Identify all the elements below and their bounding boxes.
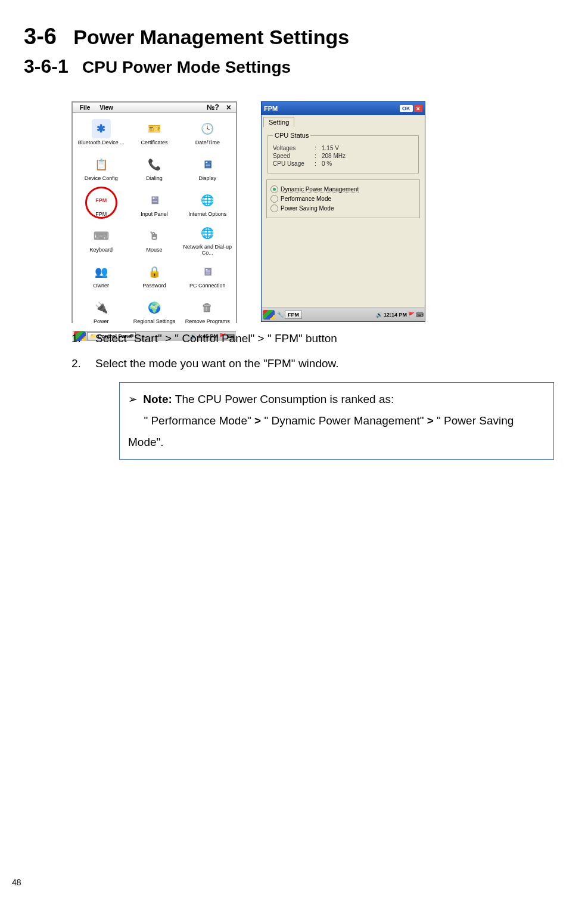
app-icon: 🖱	[145, 227, 164, 246]
cp-icon-keyboard[interactable]: ⌨Keyboard	[75, 222, 127, 257]
app-icon: 🕓	[198, 119, 217, 138]
cp-icon-network-and-dial-up-co-[interactable]: 🌐Network and Dial-up Co...	[182, 222, 234, 257]
radio-button-icon	[270, 204, 278, 212]
cp-icon-display[interactable]: 🖥Display	[182, 151, 234, 185]
start-icon[interactable]	[263, 310, 275, 320]
icon-label: Remove Programs	[185, 318, 230, 324]
icon-label: Network and Dial-up Co...	[182, 244, 234, 256]
app-icon: 👥	[92, 262, 111, 281]
help-icon[interactable]: №?	[202, 103, 224, 111]
icon-label: Mouse	[146, 247, 162, 253]
icon-label: Password	[142, 283, 166, 289]
cpu-status-group: CPU Status Voltages:1.15 VSpeed:208 MHzC…	[267, 132, 419, 173]
radio-button-icon	[270, 185, 278, 193]
tab-setting[interactable]: Setting	[263, 117, 294, 127]
cp-icon-bluetooth-device-[interactable]: ✱Bluetooth Device ...	[75, 115, 127, 150]
app-icon: 🖥	[198, 262, 217, 281]
fpm-body: CPU Status Voltages:1.15 VSpeed:208 MHzC…	[262, 127, 425, 308]
control-panel-grid: ✱Bluetooth Device ...🎫Certificates🕓Date/…	[73, 113, 236, 331]
cp-icon-pc-connection[interactable]: 🖥PC Connection	[182, 258, 234, 293]
taskbar-button[interactable]: FPM	[285, 311, 302, 319]
control-panel-screenshot: File View №? × ✱Bluetooth Device ...🎫Cer…	[71, 101, 237, 323]
app-icon: 🔒	[145, 262, 164, 281]
icon-label: Regional Settings	[133, 318, 176, 324]
app-icon: 🖥	[198, 155, 217, 174]
ok-button[interactable]: OK	[400, 105, 413, 112]
icon-label: Date/Time	[195, 140, 220, 145]
step-1: 1. Select "Start" > " Control Panel" > "…	[71, 332, 552, 345]
tray-fpm-icon: 🔧	[276, 312, 285, 318]
menu-file[interactable]: File	[75, 104, 95, 111]
app-icon: 🌐	[198, 191, 217, 210]
radio-label: Power Saving Mode	[281, 205, 334, 212]
status-row: CPU Usage:0 %	[273, 160, 413, 167]
heading-section-3-6: 3-6 Power Management Settings	[24, 24, 552, 49]
cp-icon-regional-settings[interactable]: 🌍Regional Settings	[128, 294, 180, 328]
radio-label: Performance Mode	[281, 196, 331, 202]
subsection-title: CPU Power Mode Settings	[82, 58, 291, 76]
note-label: Note:	[143, 393, 172, 405]
status-row: Voltages:1.15 V	[273, 145, 413, 151]
app-icon: 🌍	[145, 298, 164, 317]
close-icon[interactable]: ×	[414, 105, 422, 112]
icon-label: Power	[94, 318, 109, 324]
menu-view[interactable]: View	[95, 104, 118, 111]
radio-dynamic-power-management[interactable]: Dynamic Power Management	[270, 185, 416, 193]
note-box: ➢ Note: The CPU Power Consumption is ran…	[119, 382, 554, 460]
cp-icon-password[interactable]: 🔒Password	[128, 258, 180, 293]
status-row: Speed:208 MHz	[273, 153, 413, 159]
cpu-status-legend: CPU Status	[273, 132, 310, 139]
app-icon: 🎫	[145, 119, 164, 138]
cp-icon-internet-options[interactable]: 🌐Internet Options	[182, 187, 234, 221]
highlight-circle	[85, 187, 117, 219]
app-icon: 📋	[92, 155, 111, 174]
cp-icon-dialing[interactable]: 📞Dialing	[128, 151, 180, 185]
step-2: 2. Select the mode you want on the "FPM"…	[71, 357, 552, 370]
icon-label: Dialing	[146, 175, 163, 181]
icon-label: Owner	[93, 283, 109, 289]
fpm-title-text: FPM	[264, 105, 278, 112]
icon-label: Display	[199, 175, 217, 181]
app-icon: ✱	[92, 119, 111, 138]
icon-label: Input Panel	[141, 211, 168, 217]
icon-label: Bluetooth Device ...	[78, 140, 125, 145]
cp-icon-fpm[interactable]: FPMFPM	[75, 187, 127, 221]
radio-power-saving-mode[interactable]: Power Saving Mode	[270, 204, 416, 212]
icon-label: Device Config	[85, 175, 118, 181]
app-icon: ⌨	[92, 227, 111, 246]
app-icon: 🗑	[198, 298, 217, 317]
app-icon: 🌐	[198, 224, 217, 243]
cp-icon-certificates[interactable]: 🎫Certificates	[128, 115, 180, 150]
cp-icon-mouse[interactable]: 🖱Mouse	[128, 222, 180, 257]
app-icon: 📞	[145, 155, 164, 174]
cp-icon-date-time[interactable]: 🕓Date/Time	[182, 115, 234, 150]
cp-icon-owner[interactable]: 👥Owner	[75, 258, 127, 293]
fpm-titlebar: FPM OK ×	[262, 102, 425, 115]
heading-section-3-6-1: 3-6-1 CPU Power Mode Settings	[24, 55, 552, 78]
fpm-window-screenshot: FPM OK × Setting CPU Status Voltages:1.1…	[261, 101, 425, 322]
cp-icon-power[interactable]: 🔌Power	[75, 294, 127, 328]
cp-icon-remove-programs[interactable]: 🗑Remove Programs	[182, 294, 234, 328]
close-icon[interactable]: ×	[224, 103, 234, 112]
bullet-arrow-icon: ➢	[128, 389, 140, 410]
menubar: File View №? ×	[73, 103, 236, 113]
cp-icon-device-config[interactable]: 📋Device Config	[75, 151, 127, 185]
icon-label: PC Connection	[189, 283, 226, 289]
section-title: Power Management Settings	[73, 26, 349, 48]
app-icon: 🖥	[145, 191, 164, 210]
fpm-taskbar: 🔧 FPM 🔊12:14 PM 🚩⌨	[262, 308, 425, 321]
app-icon: 🔌	[92, 298, 111, 317]
system-tray: 🔊12:14 PM 🚩⌨	[376, 312, 424, 318]
cp-icon-input-panel[interactable]: 🖥Input Panel	[128, 187, 180, 221]
tab-row: Setting	[262, 115, 425, 127]
subsection-number: 3-6-1	[24, 55, 69, 77]
radio-label: Dynamic Power Management	[281, 186, 359, 193]
power-mode-radio-group: Dynamic Power ManagementPerformance Mode…	[266, 179, 420, 218]
icon-label: Internet Options	[188, 211, 226, 217]
icon-label: Keyboard	[89, 247, 113, 253]
radio-button-icon	[270, 195, 278, 203]
icon-label: Certificates	[141, 140, 167, 145]
section-number: 3-6	[24, 24, 57, 49]
radio-performance-mode[interactable]: Performance Mode	[270, 195, 416, 203]
